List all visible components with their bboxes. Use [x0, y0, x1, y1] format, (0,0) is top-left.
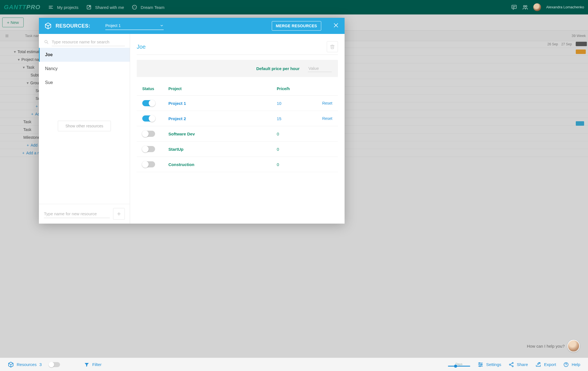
- filter-label: Filter: [92, 362, 101, 367]
- resource-list-item[interactable]: Sue: [39, 76, 130, 90]
- delete-resource-button[interactable]: [327, 41, 338, 52]
- team-icon: [132, 4, 137, 10]
- chat-icon[interactable]: [511, 4, 517, 10]
- gantt-bar[interactable]: [576, 42, 587, 46]
- gantt-bar[interactable]: [576, 50, 586, 54]
- nav-shared[interactable]: Shared with me: [86, 4, 124, 10]
- resources-left-pane: JoeNancySue Show other resources: [39, 34, 130, 224]
- resource-detail-pane: Default price per hour Status Project Pr…: [130, 34, 345, 224]
- project-name: Software Dev: [168, 132, 277, 136]
- settings-button[interactable]: Settings: [477, 362, 501, 368]
- people-icon[interactable]: [522, 4, 528, 10]
- reset-price-button[interactable]: Reset: [310, 116, 332, 121]
- share-button[interactable]: Share: [509, 362, 528, 367]
- help-avatar: [567, 340, 580, 352]
- svg-point-34: [566, 365, 566, 366]
- cube-icon: [44, 22, 52, 29]
- svg-line-32: [510, 365, 512, 366]
- project-status-toggle[interactable]: [142, 115, 155, 122]
- resource-list-item[interactable]: Nancy: [39, 62, 130, 76]
- project-status-toggle[interactable]: [142, 131, 155, 137]
- user-name: Alexandra Lomachenko: [546, 5, 584, 9]
- svg-rect-8: [512, 5, 517, 9]
- resources-count: 3: [39, 362, 42, 367]
- svg-point-12: [525, 6, 527, 7]
- project-select[interactable]: Project 1: [105, 22, 164, 30]
- settings-label: Settings: [486, 362, 501, 367]
- nav-label: Dream Team: [141, 5, 165, 10]
- date-cell: 27 Sep: [561, 42, 572, 48]
- date-cell: 26 Sep: [547, 42, 558, 48]
- resources-button[interactable]: Resources 3: [8, 362, 42, 368]
- project-name: Construction: [168, 162, 277, 167]
- project-price[interactable]: 0: [277, 147, 310, 152]
- new-button[interactable]: + New: [2, 18, 24, 27]
- help-bubble-text: How can I help you?: [527, 344, 565, 348]
- nav-my-projects[interactable]: My projects: [48, 4, 78, 10]
- svg-point-27: [479, 365, 480, 367]
- avatar[interactable]: [533, 3, 541, 11]
- nav-label: My projects: [57, 5, 78, 10]
- new-resource-row: [39, 204, 130, 224]
- project-row: Software Dev0: [137, 126, 338, 142]
- project-status-toggle[interactable]: [142, 100, 155, 106]
- merge-resources-button[interactable]: MERGE RESOURCES: [272, 21, 321, 31]
- default-price-input[interactable]: [308, 65, 332, 72]
- default-price-label: Default price per hour: [256, 66, 300, 71]
- svg-point-5: [134, 6, 135, 7]
- export-button[interactable]: Export: [535, 362, 556, 368]
- logo-text-1: GANTT: [4, 4, 26, 11]
- resource-search-row: [39, 34, 130, 48]
- gantt-bars: [576, 42, 587, 129]
- chevron-down-icon: [160, 24, 164, 28]
- project-name[interactable]: Project 1: [168, 101, 277, 106]
- project-row: Project 110Reset: [137, 96, 338, 111]
- resource-title-row: [137, 41, 338, 55]
- export-label: Export: [544, 362, 556, 367]
- svg-point-25: [479, 362, 480, 363]
- zoom-slider[interactable]: Days: [448, 362, 470, 367]
- filter-button[interactable]: Filter: [84, 362, 101, 367]
- help-button[interactable]: Help: [563, 362, 580, 367]
- project-price[interactable]: 10: [277, 101, 310, 106]
- new-resource-input[interactable]: [44, 210, 110, 218]
- help-bubble[interactable]: How can I help you?: [527, 340, 580, 352]
- resource-name-input[interactable]: [137, 44, 327, 50]
- drag-handle-icon[interactable]: [5, 34, 9, 38]
- project-name: StartUp: [168, 147, 277, 152]
- share-icon: [509, 362, 514, 367]
- project-status-toggle[interactable]: [142, 146, 155, 152]
- filter-icon: [84, 362, 89, 367]
- project-status-toggle[interactable]: [142, 161, 155, 167]
- show-other-resources-button[interactable]: Show other resources: [58, 121, 111, 131]
- nav-team[interactable]: Dream Team: [132, 4, 165, 10]
- project-price[interactable]: 0: [277, 162, 310, 167]
- reset-price-button[interactable]: Reset: [310, 101, 332, 105]
- logo: GANTTPRO: [4, 4, 40, 11]
- resources-label: Resources: [17, 362, 37, 367]
- resource-list-item[interactable]: Joe: [39, 48, 130, 62]
- svg-line-19: [47, 43, 48, 44]
- svg-point-7: [135, 8, 136, 8]
- col-price: Price/h: [277, 86, 310, 91]
- modal-header: RESOURCES: Project 1 MERGE RESOURCES: [39, 18, 345, 34]
- nav-label: Shared with me: [95, 5, 124, 10]
- sliders-icon: [477, 362, 484, 368]
- svg-point-4: [133, 5, 137, 9]
- help-icon: [563, 362, 569, 367]
- resources-toggle[interactable]: [49, 362, 60, 367]
- add-resource-button[interactable]: [113, 208, 125, 220]
- project-name[interactable]: Project 2: [168, 116, 277, 121]
- share-box-icon: [86, 4, 92, 10]
- project-select-value: Project 1: [105, 23, 121, 28]
- resource-search-input[interactable]: [52, 38, 125, 46]
- gantt-bar[interactable]: [576, 121, 584, 126]
- project-price[interactable]: 0: [277, 132, 310, 136]
- resource-list: JoeNancySue: [39, 48, 130, 116]
- project-price[interactable]: 15: [277, 116, 310, 121]
- project-price-table: Status Project Price/h Project 110ResetP…: [137, 82, 338, 172]
- close-button[interactable]: [333, 22, 339, 29]
- svg-point-18: [45, 40, 47, 43]
- modal-title: RESOURCES:: [56, 23, 90, 29]
- table-header: Status Project Price/h: [137, 82, 338, 96]
